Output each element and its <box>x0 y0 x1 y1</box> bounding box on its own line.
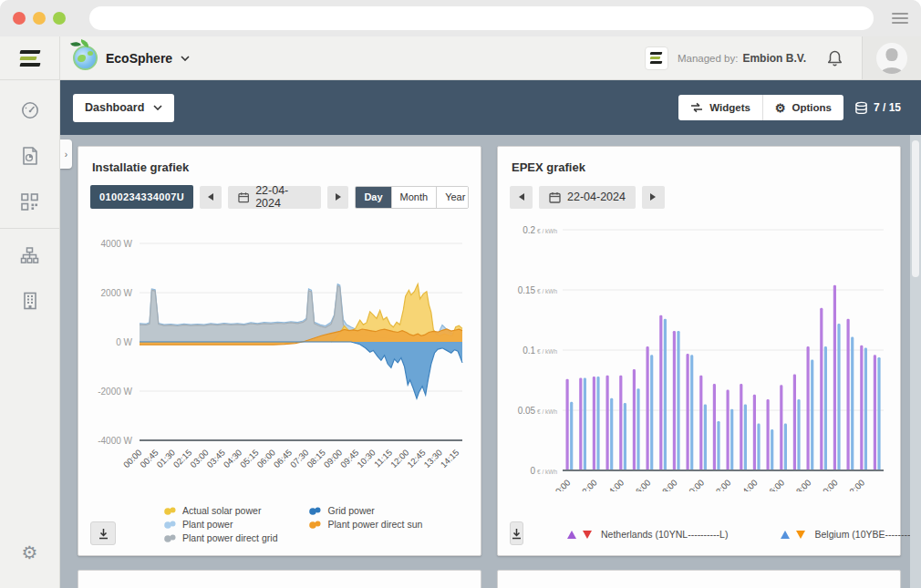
download-installatie-button[interactable] <box>90 521 116 545</box>
sitemap-icon <box>20 246 39 265</box>
date-picker-button[interactable]: 22-04-2024 <box>539 186 636 209</box>
gauge-icon <box>20 100 40 120</box>
minimize-window-button[interactable] <box>33 12 46 25</box>
svg-text:03:00: 03:00 <box>188 448 211 470</box>
date-picker-button[interactable]: 22-04-2024 <box>228 186 321 209</box>
managed-by-company: Embion B.V. <box>742 52 806 65</box>
svg-text:22:00: 22:00 <box>843 478 866 491</box>
dashboard-selector-label: Dashboard <box>85 101 144 114</box>
gear-icon: ⚙ <box>775 101 786 115</box>
arrow-left-icon <box>519 193 524 201</box>
svg-text:09:45: 09:45 <box>338 448 361 470</box>
svg-text:02:00: 02:00 <box>576 478 599 491</box>
arrow-right-icon <box>650 193 656 201</box>
brand-name: EcoSphere <box>106 51 172 66</box>
sidebar-item-sites[interactable] <box>0 232 59 278</box>
close-window-button[interactable] <box>13 12 26 25</box>
svg-text:04:30: 04:30 <box>222 448 244 470</box>
legend-item: Plant power <box>163 519 277 530</box>
prev-day-button[interactable] <box>510 186 533 209</box>
browser-window: ⚙ EcoSphere <box>0 0 921 588</box>
epex-legend: Netherlands (10YNL----------L) Belgium (… <box>567 529 921 540</box>
calendar-icon <box>549 191 561 203</box>
next-day-button[interactable] <box>642 186 665 209</box>
triangle-up-icon <box>567 531 576 539</box>
gear-icon: ⚙ <box>22 542 38 563</box>
sidebar-item-reports[interactable] <box>0 133 59 179</box>
date-value: 22-04-2024 <box>567 191 626 203</box>
svg-text:0.05 € / kWh: 0.05 € / kWh <box>518 406 558 416</box>
bell-icon <box>826 49 843 67</box>
prev-day-button[interactable] <box>200 186 222 209</box>
svg-text:10:30: 10:30 <box>355 448 378 470</box>
legend-item: Plant power direct grid <box>163 532 277 543</box>
installatie-title: Installatie grafiek <box>92 160 469 174</box>
legend-item: Plant power direct sun <box>308 519 422 530</box>
svg-text:01:30: 01:30 <box>154 448 177 470</box>
sidebar-item-dashboard[interactable] <box>0 88 59 133</box>
legend-item: Belgium (10YBE----------2) <box>781 529 921 540</box>
sidebar-expander[interactable]: › <box>60 139 72 169</box>
scrollbar-track[interactable] <box>910 135 921 588</box>
app-header: EcoSphere Managed by: Embion B.V. <box>60 36 921 80</box>
download-epex-button[interactable] <box>510 521 523 545</box>
svg-text:0.2 € / kWh: 0.2 € / kWh <box>523 225 557 235</box>
address-bar[interactable] <box>89 6 874 30</box>
legend-swatch-icon <box>308 520 322 529</box>
sidebar-item-organization[interactable] <box>0 278 59 324</box>
triangle-up-icon <box>781 531 790 539</box>
scrollbar-thumb[interactable] <box>912 140 919 277</box>
calendar-icon <box>238 191 249 203</box>
svg-text:18:00: 18:00 <box>791 478 813 491</box>
managed-by-label: Managed by: <box>678 53 739 64</box>
options-button[interactable]: ⚙ Options <box>762 95 843 120</box>
epex-widget: EPEX grafiek <box>497 146 901 556</box>
legend-swatch-icon <box>163 506 177 515</box>
sidebar-item-settings[interactable]: ⚙ <box>0 530 59 575</box>
legend-swatch-icon <box>163 533 177 542</box>
svg-text:2000 W: 2000 W <box>101 288 133 298</box>
svg-text:03:45: 03:45 <box>204 448 227 470</box>
epex-title: EPEX grafiek <box>512 160 888 174</box>
svg-text:0.15 € / kWh: 0.15 € / kWh <box>518 285 558 295</box>
svg-text:00:00: 00:00 <box>550 478 573 491</box>
widgets-grid-icon <box>20 192 39 211</box>
svg-text:0 € / kWh: 0 € / kWh <box>531 466 558 476</box>
triangle-down-icon <box>796 531 805 539</box>
legend-item: Actual solar power <box>163 505 277 516</box>
next-day-button[interactable] <box>327 186 349 209</box>
user-menu[interactable] <box>862 36 921 79</box>
sidebar-item-widgets[interactable] <box>0 179 59 224</box>
svg-text:12:45: 12:45 <box>405 448 428 470</box>
svg-text:02:15: 02:15 <box>171 448 194 470</box>
options-button-label: Options <box>792 102 832 113</box>
tab-day[interactable]: Day <box>356 187 390 208</box>
widget-counter: 7 / 15 <box>854 101 901 115</box>
layers-stack-icon <box>854 101 868 115</box>
svg-text:-4000 W: -4000 W <box>98 436 132 446</box>
svg-text:00:45: 00:45 <box>138 448 160 470</box>
widgets-button-label: Widgets <box>709 102 750 113</box>
svg-text:0 W: 0 W <box>116 337 132 347</box>
svg-text:07:30: 07:30 <box>288 448 311 470</box>
svg-text:12:00: 12:00 <box>710 478 733 491</box>
maximize-window-button[interactable] <box>53 12 66 25</box>
tab-month[interactable]: Month <box>391 187 437 208</box>
organization-switcher[interactable]: EcoSphere <box>73 46 190 70</box>
installation-serial-button[interactable]: 0100234334007U <box>90 185 193 209</box>
triangle-down-icon <box>583 531 592 539</box>
arrow-left-icon <box>208 193 213 201</box>
svg-text:09:00: 09:00 <box>322 448 345 470</box>
browser-menu-icon[interactable] <box>892 13 908 24</box>
sidebar-logo[interactable] <box>0 36 59 80</box>
ecosphere-logo-icon <box>73 46 98 70</box>
widget-count-value: 7 / 15 <box>874 101 901 114</box>
tab-year[interactable]: Year <box>436 187 469 208</box>
widgets-button[interactable]: Widgets <box>678 95 762 120</box>
dashboard-toolbar: Dashboard W <box>60 80 921 135</box>
partial-widget <box>78 570 481 588</box>
dashboard-selector[interactable]: Dashboard <box>73 94 174 122</box>
sidebar-divider <box>0 228 59 229</box>
sidebar: ⚙ <box>0 36 60 588</box>
notifications-button[interactable] <box>826 49 843 67</box>
